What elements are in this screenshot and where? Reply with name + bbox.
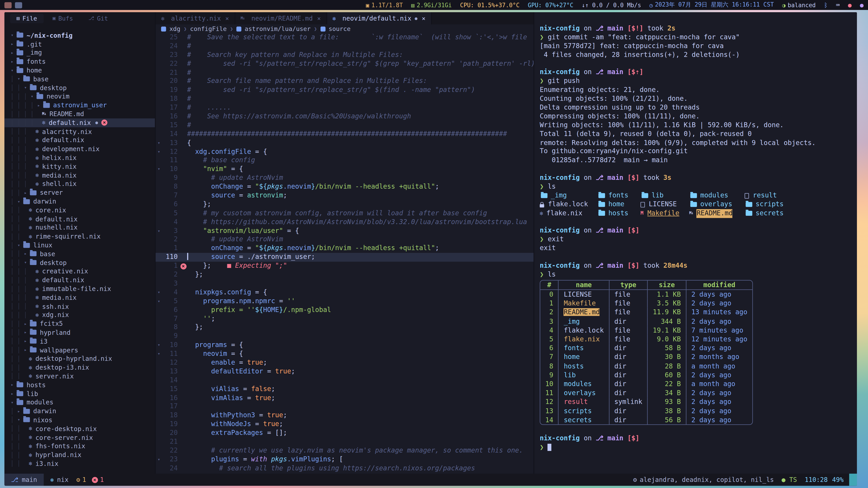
close-icon[interactable]: × <box>317 15 321 22</box>
code-line[interactable]: 2 }; <box>156 271 534 280</box>
code-line[interactable]: 8 }; <box>156 323 534 332</box>
expander-icon[interactable]: ▸ <box>16 409 22 414</box>
tree-item[interactable]: │▾linux <box>4 241 155 250</box>
fold-icon[interactable]: ▾ <box>156 227 162 235</box>
tree-tab-bufs[interactable]: ▣Bufs <box>46 13 80 23</box>
code-line[interactable]: 23# Search key pattern and Replace in Mu… <box>156 51 534 60</box>
expander-icon[interactable]: ▸ <box>22 190 29 195</box>
recorder-icon[interactable]: ● <box>848 1 851 8</box>
tree-item[interactable]: ││ ❄rime-squirrel.nix <box>4 232 155 241</box>
tree-item[interactable]: ││ ❄hyprland.nix <box>4 451 155 459</box>
ls-entry[interactable]: secrets <box>745 209 792 218</box>
tree-item[interactable]: │││ ❄xdg.nix <box>4 311 155 320</box>
tree-item[interactable]: │││ ❄default.nix <box>4 275 155 285</box>
ls-entry[interactable]: modules <box>689 191 745 200</box>
code-line[interactable]: 13 defaultEditor = true; <box>156 367 534 376</box>
tree-tab-git[interactable]: ⎇Git <box>82 13 115 23</box>
keyboard-icon[interactable]: ⌨ <box>836 1 839 8</box>
tree-item[interactable]: ││ ❄fhs-fonts.nix <box>4 442 155 451</box>
terminal-body[interactable]: nix-config on ⎇ main [$!] took 2s❯ git c… <box>534 24 857 474</box>
tree-item[interactable]: ││▸i3 <box>4 337 155 346</box>
ls-entry[interactable]: home <box>597 200 640 209</box>
expander-icon[interactable]: ▸ <box>9 383 16 387</box>
expander-icon[interactable]: ▾ <box>9 33 16 38</box>
code-line[interactable]: 21 <box>156 437 534 447</box>
tree-item[interactable]: ││ ❄desktop-i3.nix <box>4 363 155 372</box>
ls-entry[interactable]: scripts <box>745 200 792 209</box>
expander-icon[interactable]: ▸ <box>22 339 29 344</box>
code-line[interactable]: 22 # currently we use lazy.nvim as neovi… <box>156 447 534 455</box>
tree-item[interactable]: │││ ❄alacritty.nix <box>4 127 155 136</box>
tree-item[interactable]: ││││ M↓README.md <box>4 109 155 119</box>
tree-item[interactable]: ││ ❄nushell.nix <box>4 223 155 232</box>
code-line[interactable]: 15# <box>156 121 534 130</box>
app-icon[interactable] <box>4 2 12 8</box>
code-line[interactable]: ▾12 xdg.configFile = { <box>156 148 534 156</box>
tree-item[interactable]: ││▸base <box>4 250 155 258</box>
close-icon[interactable]: × <box>422 15 426 22</box>
ls-entry[interactable]: overlays <box>689 200 745 209</box>
fold-icon[interactable]: ▾ <box>156 139 162 148</box>
code-line[interactable]: 4 # https://github.com/AstroNvim/AstroNv… <box>156 218 534 227</box>
tree-item[interactable]: ││ ❄core.nix <box>4 206 155 215</box>
code-line[interactable]: 5 # my cusotom astronvim config, astronv… <box>156 209 534 218</box>
code-line[interactable]: ▾5 programs.npm.npmrc = '' <box>156 297 534 306</box>
tree-item[interactable]: │││ ❄immutable-file.nix <box>4 285 155 293</box>
editor-lines[interactable]: 25# Save the selected text to a file: `:… <box>156 33 534 474</box>
topbar-disk[interactable]: ▣1.1T/1.8T <box>366 2 403 8</box>
expander-icon[interactable]: ▾ <box>22 86 29 90</box>
code-line[interactable]: ▾3 "astronvim/lua/user" = { <box>156 227 534 235</box>
tree-item[interactable]: ││▸hyprland <box>4 328 155 337</box>
code-line[interactable]: 3 <box>156 280 534 288</box>
git-branch-segment[interactable]: ⎇main <box>4 474 44 486</box>
expander-icon[interactable]: ▸ <box>22 252 29 256</box>
expander-icon[interactable]: ▸ <box>22 330 29 335</box>
code-line[interactable]: 24# <box>156 42 534 51</box>
expander-icon[interactable]: ▾ <box>9 400 16 405</box>
expander-icon[interactable]: ▾ <box>22 260 29 265</box>
expander-icon[interactable]: ▸ <box>9 51 16 55</box>
code-line[interactable]: 1× }; ■ Expecting ";" <box>156 262 534 271</box>
tree-item[interactable]: │▸darwin <box>4 407 155 416</box>
code-line[interactable]: 7 source = astronvim; <box>156 191 534 200</box>
app-icon[interactable] <box>15 2 22 8</box>
tree-item[interactable]: ││││▸astronvim_user <box>4 101 155 110</box>
tree-item[interactable]: │││ ❄development.nix <box>4 144 155 153</box>
topbar-network[interactable]: ↓↑ 0.0 / 0.0 Mb/s <box>582 2 641 8</box>
code-line[interactable]: 6 prefix = ''${HOME}/.npm-global <box>156 306 534 315</box>
code-line[interactable]: 8 onChange = "${pkgs.neovim}/bin/nvim --… <box>156 183 534 192</box>
expander-icon[interactable]: ▾ <box>29 94 35 99</box>
bluetooth-icon[interactable]: ᛒ <box>824 1 828 8</box>
tree-tab-file[interactable]: ▤File <box>10 13 43 23</box>
fold-icon[interactable]: ▾ <box>156 455 162 464</box>
ls-entry[interactable]: _img <box>540 191 597 200</box>
expander-icon[interactable]: ▸ <box>9 391 16 396</box>
code-line[interactable]: ▾10 programs = { <box>156 341 534 350</box>
code-line[interactable]: 11 # base config <box>156 156 534 165</box>
ls-entry[interactable]: MMakefile <box>640 209 689 218</box>
code-line[interactable]: 9 <box>156 332 534 341</box>
expander-icon[interactable]: ▸ <box>22 321 29 326</box>
expander-icon[interactable]: ▾ <box>16 76 22 82</box>
tree-item[interactable]: │││ ❄default.nix <box>4 136 155 144</box>
code-line[interactable]: 16# See https://astronvim.com/Basic%20Us… <box>156 112 534 121</box>
editor-tab[interactable]: ❄neovim/default.nix●× <box>327 12 432 24</box>
ls-entry[interactable]: fonts <box>597 191 640 200</box>
topbar-power-profile[interactable]: ◑balanced <box>782 2 815 8</box>
expander-icon[interactable]: ▸ <box>35 103 42 108</box>
tree-item[interactable]: ││▾desktop <box>4 258 155 267</box>
tree-item[interactable]: ▸fonts <box>4 57 155 66</box>
code-line[interactable]: ▾11 neovim = { <box>156 350 534 359</box>
tree-item[interactable]: ▸hosts <box>4 381 155 390</box>
tree-item[interactable]: ││▸fcitx5 <box>4 320 155 328</box>
code-line[interactable]: 17 <box>156 402 534 411</box>
ls-entry[interactable]: ❄flake.nix <box>540 209 597 218</box>
tree-item[interactable]: ▾home <box>4 66 155 75</box>
expander-icon[interactable]: ▾ <box>16 199 22 204</box>
tree-item[interactable]: │││▾neovim <box>4 92 155 101</box>
warning-count-segment[interactable]: ⚙1 <box>76 476 86 484</box>
topbar-datetime[interactable]: ◷2023年 07月 29日 星期六 16:16:11 CST <box>649 1 774 9</box>
code-line[interactable]: 12 enable = true; <box>156 359 534 367</box>
tree-item[interactable]: ▸lib <box>4 389 155 398</box>
ls-entry[interactable]: lib <box>640 191 689 200</box>
